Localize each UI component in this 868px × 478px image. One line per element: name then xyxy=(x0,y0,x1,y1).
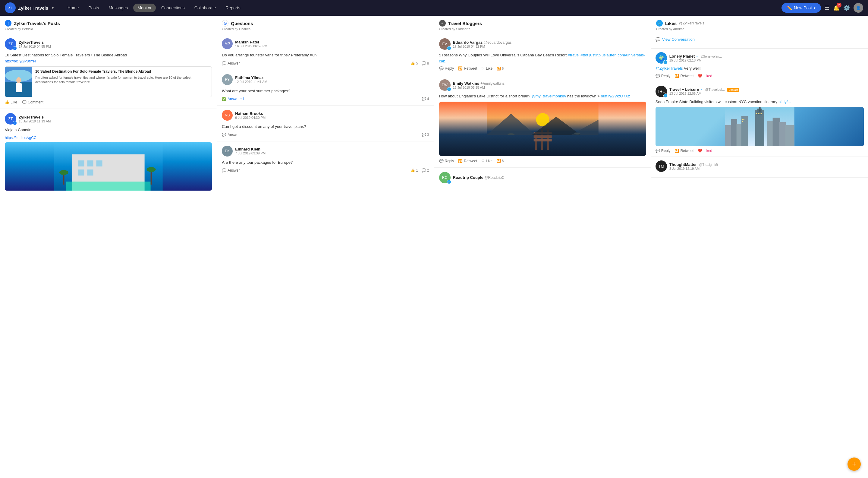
twitter-likes-badge: 🐦 xyxy=(663,60,668,64)
qa-stats: 💬 4 xyxy=(422,97,429,101)
nav-reports[interactable]: Reports xyxy=(221,4,244,12)
likes-author-line-2: Travel + Leisure ✓ @TravelLei... Contact xyxy=(670,87,740,92)
svg-rect-25 xyxy=(533,139,552,142)
reply-button[interactable]: 💬 Reply xyxy=(655,74,671,78)
post-text-2: Viaja a Cancún! xyxy=(5,127,212,133)
qa-comments: 💬 8 xyxy=(422,61,429,65)
retweet-button[interactable]: 🔁 Retweet xyxy=(458,66,477,70)
emily-avatar: EW 🐦 xyxy=(439,79,451,91)
retweet-label: Retweet xyxy=(464,66,477,70)
col1-body: ZT f ZylkerTravels 17 Jul 2019 04:55 PM … xyxy=(0,34,217,478)
svg-rect-33 xyxy=(731,119,737,146)
comment-button[interactable]: 💬 Comment xyxy=(22,100,43,104)
lake-image xyxy=(439,101,646,156)
svg-rect-24 xyxy=(533,136,552,138)
fb-badge-2: f xyxy=(13,121,17,125)
post-item: ZT f ZylkerTravels 15 Jul 2019 11:13 AM … xyxy=(0,109,217,195)
post-preview-img xyxy=(5,67,32,97)
liked-button[interactable]: ❤️ Liked xyxy=(698,74,712,78)
col4-subtitle: Created by Amritha xyxy=(656,27,863,31)
nav-collaborate[interactable]: Collaborate xyxy=(190,4,220,12)
answered-button[interactable]: ✅ Answered xyxy=(222,97,244,101)
settings-icon[interactable]: ⚙️ xyxy=(843,4,850,11)
fab-button[interactable]: + xyxy=(847,457,861,471)
qa-stats: 👍 5 💬 8 xyxy=(410,61,429,65)
lonely-planet-avatar: 🌍 🐦 xyxy=(655,52,667,64)
einhard-avatar: EK xyxy=(222,146,233,156)
reply-button[interactable]: 💬 Reply xyxy=(439,66,454,70)
qa-likes: 👍 1 xyxy=(410,168,418,173)
nav-monitor[interactable]: Monitor xyxy=(133,4,156,12)
like-button-2[interactable]: ♡ Like xyxy=(481,159,493,163)
col-travel-bloggers: ≡ Travel Bloggers Created by Siddharth E… xyxy=(434,16,651,478)
qa-author-time: 16 Jul 2019 06:59 PM xyxy=(235,44,267,48)
qa-question: Do you arrange tourister vans for trips?… xyxy=(222,52,429,58)
post-author-time: 17 Jul 2019 04:55 PM xyxy=(19,44,212,48)
retweet-button[interactable]: 🔁 Retweet xyxy=(675,74,693,78)
tweet-author-name: Roadtrip Couple xyxy=(453,175,484,180)
post-preview-content: 10 Safest Destination For Solo Female Tr… xyxy=(32,67,212,97)
hashtag: #ttot xyxy=(581,53,588,57)
likes-item: TM ThoughtMatter @Th...ightMt 3 Jul 2019… xyxy=(651,157,868,178)
reply-button-2[interactable]: 💬 Reply xyxy=(655,149,671,153)
reply-button-2[interactable]: 💬 Reply xyxy=(439,159,454,163)
brand[interactable]: ZT Zylker Travels ▾ xyxy=(5,2,54,13)
col2-title-text: Questions xyxy=(231,21,253,26)
answer-button[interactable]: 💬 Answer xyxy=(222,61,240,65)
likes-link[interactable]: bit.ly/... xyxy=(778,99,791,104)
tweet-link-2[interactable]: buff.ly/2WzO7Xz xyxy=(601,94,630,98)
tweet-text: How about England's Lake District for a … xyxy=(439,93,646,99)
user-avatar[interactable]: 👤 xyxy=(854,3,863,13)
likes-author-name-3: ThoughtMatter xyxy=(670,162,697,167)
post-link-2[interactable]: https://zurl.co/ygCC: xyxy=(5,136,37,140)
likes-author-info-3: ThoughtMatter @Th...ightMt 3 Jul 2019 12… xyxy=(670,162,718,170)
main-container: f ZylkerTravels's Posts Created by Petri… xyxy=(0,16,868,478)
nav-posts[interactable]: Posts xyxy=(84,4,103,12)
answer-icon: 💬 xyxy=(222,168,226,173)
answer-label: Answer xyxy=(227,61,240,65)
heart-icon: ❤️ xyxy=(698,74,702,78)
notifications-icon[interactable]: 🔔 2 xyxy=(833,4,840,11)
post-author: ZT f ZylkerTravels 15 Jul 2019 11:13 AM xyxy=(5,113,212,124)
col1-header: f ZylkerTravels's Posts Created by Petri… xyxy=(0,16,217,34)
col2-header: G Questions Created by Charles xyxy=(217,16,434,34)
retweet-label-2: Retweet xyxy=(464,159,477,163)
svg-rect-46 xyxy=(755,113,757,114)
list-icon: ≡ xyxy=(439,20,446,27)
tweet-link[interactable]: justinpluslauren.com/universals-cab... xyxy=(439,53,645,63)
answer-button-3[interactable]: 💬 Answer xyxy=(222,133,240,137)
twitter-badge-2: 🐦 xyxy=(447,87,451,91)
tweet-author: EW 🐦 Emily Watkins @emilywatkins 16 Jul … xyxy=(439,79,646,91)
nyc-image xyxy=(655,107,864,146)
post-link[interactable]: http://bit.ly/2P8fIYN xyxy=(5,59,36,63)
likes-author-line-3: ThoughtMatter @Th...ightMt xyxy=(670,162,718,167)
reply-icon: 💬 xyxy=(655,149,660,153)
liked-label-2: Liked xyxy=(704,149,712,153)
answer-button-4[interactable]: 💬 Answer xyxy=(222,168,240,173)
tweet-author-line: Roadtrip Couple @RoadtripC xyxy=(453,175,504,180)
tweet-text: 5 Reasons Why Couples Will Love Universa… xyxy=(439,52,646,64)
nav-home[interactable]: Home xyxy=(63,4,83,12)
reply-label-2: Reply xyxy=(661,149,671,153)
menu-icon[interactable]: ☰ xyxy=(825,4,830,11)
retweet-button-2[interactable]: 🔁 Retweet xyxy=(458,159,477,163)
like-button[interactable]: 👍 Like xyxy=(5,100,17,104)
qa-comments: 💬 2 xyxy=(422,168,429,173)
likes-actions-2: 💬 Reply 🔁 Retweet ❤️ Liked xyxy=(655,149,864,153)
qa-author-name: Fathima Yilmaz xyxy=(235,76,267,80)
post-preview-card: 10 Safest Destination For Solo Female Tr… xyxy=(5,66,212,97)
like-button[interactable]: ♡ Like xyxy=(481,66,493,70)
navbar: ZT Zylker Travels ▾ Home Posts Messages … xyxy=(0,0,868,16)
view-conversation-button[interactable]: 💬 View Conversation xyxy=(655,37,864,41)
like-label-2: Like xyxy=(486,159,493,163)
nav-connections[interactable]: Connections xyxy=(157,4,189,12)
new-post-button[interactable]: ✏️ New Post ▾ xyxy=(781,3,821,13)
liked-button-2[interactable]: ❤️ Liked xyxy=(698,149,712,153)
pencil-icon: ✏️ xyxy=(787,5,792,10)
nav-messages[interactable]: Messages xyxy=(104,4,132,12)
brand-dropdown-arrow[interactable]: ▾ xyxy=(52,6,54,10)
comments-count: 2 xyxy=(427,168,429,173)
svg-rect-45 xyxy=(742,121,743,122)
retweet-button-2[interactable]: 🔁 Retweet xyxy=(675,149,693,153)
qa-author-time: 7 Jul 2019 03:39 PM xyxy=(235,151,266,155)
